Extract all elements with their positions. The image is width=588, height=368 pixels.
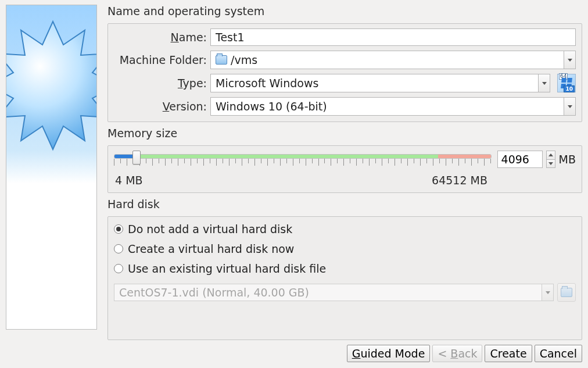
memory-min-label: 4 MB: [115, 174, 143, 187]
existing-disk-row: CentOS7-1.vdi (Normal, 40.00 GB): [114, 283, 576, 302]
name-input[interactable]: [210, 28, 576, 46]
create-button[interactable]: Create: [485, 345, 532, 362]
row-version: Version: Windows 10 (64-bit): [114, 97, 576, 116]
machine-folder-dropdown-button[interactable]: [564, 51, 576, 69]
memory-spin: MB: [497, 151, 576, 168]
radio-icon: [114, 224, 123, 234]
dialog-footer: Guided Mode < Back Create Cancel: [6, 345, 582, 362]
machine-folder-combo[interactable]: /vms: [210, 51, 576, 69]
radio-hd-create-label: Create a virtual hard disk now: [128, 242, 294, 255]
row-name: Name:: [114, 28, 576, 46]
row-type: Type: Microsoft Windows 10: [114, 74, 576, 92]
label-name: Name:: [114, 31, 207, 44]
cancel-button[interactable]: Cancel: [535, 345, 582, 362]
memory-slider-handle[interactable]: [132, 151, 141, 165]
existing-disk-text: CentOS7-1.vdi (Normal, 40.00 GB): [119, 286, 309, 299]
dialog-body: Name and operating system Name: Machine …: [6, 5, 582, 340]
chevron-down-icon: [568, 105, 572, 108]
section-title-hard-disk: Hard disk: [107, 198, 582, 210]
version-combo[interactable]: Windows 10 (64-bit): [210, 97, 576, 116]
memory-input[interactable]: [497, 151, 543, 168]
back-button: < Back: [432, 345, 482, 362]
radio-hd-create[interactable]: Create a virtual hard disk now: [114, 241, 576, 256]
section-title-name-os: Name and operating system: [107, 5, 582, 17]
radio-hd-existing-label: Use an existing virtual hard disk file: [128, 262, 326, 275]
type-value[interactable]: Microsoft Windows: [210, 74, 539, 92]
radio-icon: [114, 264, 123, 273]
memory-row: MB: [114, 151, 576, 168]
folder-icon: [561, 288, 572, 297]
chevron-up-icon: [548, 153, 553, 156]
type-text: Microsoft Windows: [216, 77, 318, 90]
radio-hd-existing[interactable]: Use an existing virtual hard disk file: [114, 261, 576, 276]
label-type: Type:: [114, 77, 207, 90]
type-dropdown-button[interactable]: [539, 74, 550, 92]
label-version: Version:: [114, 100, 207, 113]
existing-disk-combo: CentOS7-1.vdi (Normal, 40.00 GB): [114, 284, 554, 301]
version-dropdown-button[interactable]: [564, 97, 576, 116]
radio-icon: [114, 244, 123, 253]
version-text: Windows 10 (64-bit): [216, 100, 327, 113]
guided-mode-button[interactable]: Guided Mode: [347, 345, 431, 362]
version-value[interactable]: Windows 10 (64-bit): [210, 97, 564, 116]
memory-max-label: 64512 MB: [432, 174, 487, 187]
existing-disk-value: CentOS7-1.vdi (Normal, 40.00 GB): [114, 284, 542, 301]
type-combo[interactable]: Microsoft Windows: [210, 74, 550, 92]
existing-disk-dropdown-button: [542, 284, 554, 301]
memory-spin-down[interactable]: [546, 160, 555, 169]
row-machine-folder: Machine Folder: /vms: [114, 51, 576, 69]
memory-spin-buttons: [546, 151, 555, 168]
folder-icon: [216, 55, 227, 65]
memory-slider[interactable]: [114, 152, 492, 167]
memory-spin-up[interactable]: [546, 151, 555, 160]
choose-disk-file-button: [557, 283, 576, 302]
group-hard-disk: Do not add a virtual hard disk Create a …: [107, 216, 582, 340]
memory-unit: MB: [559, 153, 576, 166]
chevron-down-icon: [548, 162, 553, 165]
dialog-content: Name and operating system Name: Machine …: [107, 5, 582, 340]
memory-range-labels: 4 MB 64512 MB: [114, 174, 576, 187]
machine-folder-text: /vms: [231, 53, 257, 66]
chevron-down-icon: [542, 82, 547, 85]
wizard-sidebar-art: [6, 5, 97, 330]
group-name-os: Name: Machine Folder: /vms Type:: [107, 23, 582, 122]
chevron-down-icon: [546, 291, 550, 294]
section-title-memory: Memory size: [107, 127, 582, 140]
radio-hd-none-label: Do not add a virtual hard disk: [128, 223, 292, 235]
machine-folder-value[interactable]: /vms: [210, 51, 564, 69]
create-vm-dialog: Name and operating system Name: Machine …: [0, 0, 588, 368]
label-machine-folder: Machine Folder:: [114, 53, 207, 66]
group-memory: MB 4 MB 64512 MB: [107, 145, 582, 193]
os-logo-icon: 10: [557, 74, 576, 92]
chevron-down-icon: [568, 59, 572, 62]
starburst-icon: [6, 10, 97, 184]
radio-hd-none[interactable]: Do not add a virtual hard disk: [114, 221, 576, 237]
